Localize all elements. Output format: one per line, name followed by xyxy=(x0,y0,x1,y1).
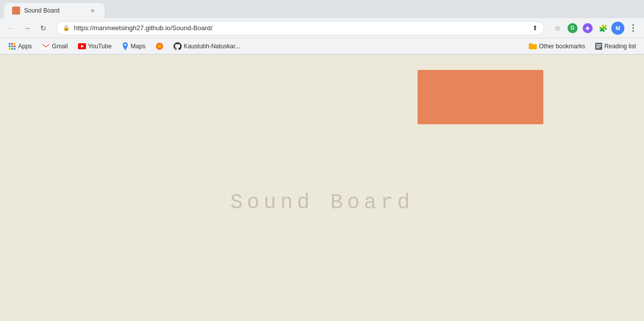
bookmark-gmail-label: Gmail xyxy=(52,43,67,50)
svg-rect-9 xyxy=(42,43,50,49)
bookmark-apps-label: Apps xyxy=(18,43,32,50)
three-dots-icon xyxy=(632,24,634,32)
svg-point-0 xyxy=(9,43,11,45)
svg-point-12 xyxy=(124,44,126,46)
extensions-icon[interactable]: 🧩 xyxy=(596,21,610,35)
lock-icon: 🔒 xyxy=(63,25,70,31)
svg-point-7 xyxy=(11,48,13,50)
toolbar-actions: ☆ G ◆ 🧩 M xyxy=(550,21,640,35)
bookmark-apps[interactable]: Apps xyxy=(4,40,36,52)
browser-tabs: Sound Board ✕ xyxy=(0,0,644,18)
tab-title: Sound Board xyxy=(24,7,85,14)
bookmark-reading-list[interactable]: Reading list xyxy=(591,41,640,52)
url-text: https://manmeetsingh27.github.io/Sound-B… xyxy=(74,24,528,32)
bookmark-youtube-label: YouTube xyxy=(88,43,112,50)
active-tab[interactable]: Sound Board ✕ xyxy=(4,3,105,18)
maps-icon xyxy=(122,42,129,50)
tab-favicon xyxy=(12,7,20,15)
avatar-image: M xyxy=(611,22,624,35)
svg-point-8 xyxy=(14,48,16,50)
extension-green-icon: G xyxy=(568,23,578,33)
folder-icon xyxy=(529,43,537,49)
page-title: Sound Board xyxy=(230,191,414,215)
profile-avatar[interactable]: M xyxy=(611,21,625,35)
svg-point-5 xyxy=(14,45,16,47)
svg-rect-16 xyxy=(596,44,601,45)
bookmark-firefox[interactable] xyxy=(151,40,168,52)
reload-button[interactable]: ↻ xyxy=(36,21,50,35)
address-bar[interactable]: 🔒 https://manmeetsingh27.github.io/Sound… xyxy=(56,21,544,35)
svg-rect-17 xyxy=(596,46,601,47)
share-icon[interactable]: ⬆ xyxy=(532,24,538,32)
forward-button[interactable]: → xyxy=(20,21,34,35)
bookmark-github[interactable]: Kaustubh-Natuskar... xyxy=(170,40,244,52)
chrome-icon[interactable]: G xyxy=(566,21,580,35)
sound-button-rectangle[interactable] xyxy=(418,70,543,124)
page-content: Sound Board xyxy=(0,55,644,321)
other-bookmarks-label: Other bookmarks xyxy=(539,43,585,50)
browser-chrome: Sound Board ✕ ← → ↻ 🔒 https://manmeetsin… xyxy=(0,0,644,55)
firefox-icon xyxy=(155,42,164,50)
apps-grid-icon xyxy=(8,42,16,50)
bookmark-maps-label: Maps xyxy=(131,43,145,50)
gmail-icon xyxy=(42,43,50,49)
svg-point-1 xyxy=(11,43,13,45)
bookmark-maps[interactable]: Maps xyxy=(118,40,149,52)
tab-close-button[interactable]: ✕ xyxy=(89,7,97,15)
svg-point-3 xyxy=(9,45,11,47)
svg-point-4 xyxy=(11,45,13,47)
back-button[interactable]: ← xyxy=(4,21,18,35)
bookmark-star-icon[interactable]: ☆ xyxy=(550,21,565,35)
bookmark-other[interactable]: Other bookmarks xyxy=(525,41,589,52)
youtube-icon xyxy=(78,43,86,49)
reading-list-label: Reading list xyxy=(604,43,636,50)
svg-point-14 xyxy=(157,44,162,48)
extension-purple-icon[interactable]: ◆ xyxy=(581,21,595,35)
bookmark-youtube[interactable]: YouTube xyxy=(74,41,116,52)
ext-purple-shape: ◆ xyxy=(583,23,593,33)
bookmark-gmail[interactable]: Gmail xyxy=(38,41,71,52)
reading-list-icon xyxy=(595,43,602,50)
github-icon xyxy=(174,42,182,50)
bookmark-github-label: Kaustubh-Natuskar... xyxy=(184,43,240,50)
bookmarks-bar: Apps Gmail YouTube Maps xyxy=(0,38,644,54)
svg-rect-18 xyxy=(596,47,600,48)
browser-toolbar: ← → ↻ 🔒 https://manmeetsingh27.github.io… xyxy=(0,18,644,38)
more-menu-button[interactable] xyxy=(626,21,640,35)
svg-point-6 xyxy=(9,48,11,50)
svg-point-2 xyxy=(14,43,16,45)
